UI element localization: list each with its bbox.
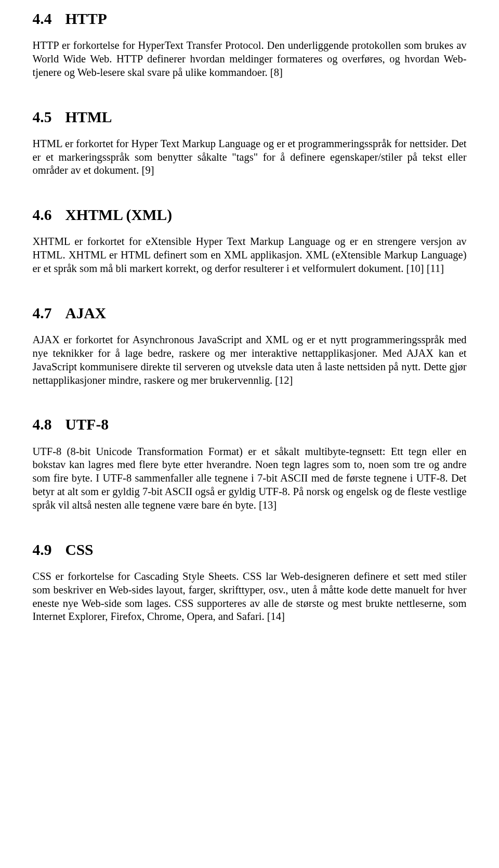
section-heading-xhtml: 4.6XHTML (XML) <box>33 205 467 225</box>
section-title: XHTML (XML) <box>65 206 172 223</box>
section-body: HTML er forkortet for Hyper Text Markup … <box>33 137 467 177</box>
section-body: HTTP er forkortelse for HyperText Transf… <box>33 39 467 79</box>
section-title: CSS <box>65 541 93 558</box>
section-title: AJAX <box>65 305 106 321</box>
section-number: 4.7 <box>33 304 52 323</box>
section-title: HTTP <box>65 10 107 27</box>
section-heading-css: 4.9CSS <box>33 540 467 560</box>
section-body: AJAX er forkortet for Asynchronous JavaS… <box>33 333 467 387</box>
section-body: XHTML er forkortet for eXtensible Hyper … <box>33 235 467 275</box>
section-number: 4.4 <box>33 9 52 29</box>
section-body: CSS er forkortelse for Cascading Style S… <box>33 570 467 624</box>
section-title: HTML <box>65 109 112 125</box>
section-title: UTF-8 <box>65 416 109 433</box>
section-heading-utf8: 4.8UTF-8 <box>33 415 467 434</box>
section-number: 4.5 <box>33 108 52 127</box>
section-body: UTF-8 (8-bit Unicode Transformation Form… <box>33 445 467 512</box>
section-number: 4.9 <box>33 540 52 560</box>
section-heading-html: 4.5HTML <box>33 108 467 127</box>
section-number: 4.8 <box>33 415 52 434</box>
section-number: 4.6 <box>33 205 52 225</box>
section-heading-http: 4.4HTTP <box>33 9 467 29</box>
section-heading-ajax: 4.7AJAX <box>33 304 467 323</box>
